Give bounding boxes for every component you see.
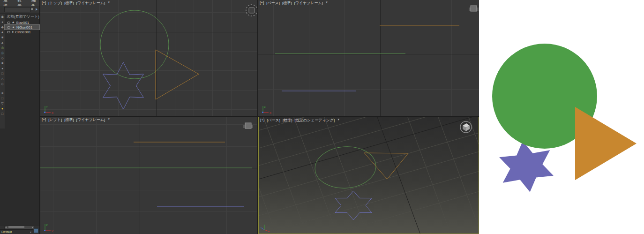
viewport-left[interactable]: Z Y [+] [レフト] [標準] [ワイヤフレーム] ▼ xyxy=(40,117,257,234)
axis-tripod: Z X xyxy=(262,106,271,114)
preset-dropdown[interactable]: Default ▾ xyxy=(0,229,33,234)
visibility-eye-icon[interactable] xyxy=(7,31,10,33)
ngon-spline-wire[interactable] xyxy=(156,50,199,99)
viewport-menu-arrow-icon[interactable]: ▼ xyxy=(325,0,328,6)
viewport-menu-style[interactable]: [標準] xyxy=(283,118,292,123)
viewport-menu-style[interactable]: [標準] xyxy=(64,0,74,6)
circle-spline-wire[interactable] xyxy=(314,145,377,190)
geometry-filter-icon[interactable]: ● xyxy=(1,20,3,24)
containers-filter-icon[interactable]: ■ xyxy=(1,61,3,65)
object-list: 名前(昇順でソート) ★ Star001 ▲ NGon001 ● Circle0… xyxy=(5,13,39,226)
viewport-label: [+] [パース] [標準] [既定のシェーディング] ▼ xyxy=(260,118,340,123)
viewport-menu-pov[interactable]: [レフト] xyxy=(48,117,62,122)
lights-filter-icon[interactable]: ★ xyxy=(1,30,4,34)
viewport-canvas[interactable]: Y X xyxy=(40,0,257,116)
search-clear-icon[interactable]: ✕ xyxy=(30,7,34,11)
search-input[interactable] xyxy=(4,7,30,12)
viewcube-mini-icon[interactable] xyxy=(243,123,253,128)
viewport-menu-shading[interactable]: [ワイヤフレーム] xyxy=(76,117,105,122)
cameras-filter-icon[interactable]: ■ xyxy=(1,36,3,39)
viewport-top[interactable]: Y X [+] [トップ] [標準] [ワイヤフレーム] ▼ xyxy=(40,0,257,116)
scene-explorer-panel: 選択 表示 編集 ✕ ◉●◆★■▲◎◎◇■●□△◇■□▽▼□ 名前(昇順でソート… xyxy=(0,0,40,234)
star-spline-wire[interactable] xyxy=(335,191,372,220)
viewport-label: [+] [パース] [標準] [ワイヤフレーム] ▼ xyxy=(260,0,328,6)
explorer-body: ◉●◆★■▲◎◎◇■●□△◇■□▽▼□ 名前(昇順でソート) ★ Star001… xyxy=(0,13,39,226)
materials-filter-icon[interactable]: ● xyxy=(1,67,3,70)
application-window: { "colors": { "wire_circle": "#578c4c", … xyxy=(0,0,644,234)
visibility-eye-icon[interactable] xyxy=(7,22,10,24)
render-image xyxy=(479,0,644,234)
groups-filter-icon[interactable]: △ xyxy=(1,77,3,81)
helpers-filter-icon[interactable]: ▲ xyxy=(1,41,4,45)
viewport-menu-pov[interactable]: [トップ] xyxy=(48,0,62,6)
star-shape-icon: ★ xyxy=(12,21,15,24)
circle-spline-wire[interactable] xyxy=(100,10,169,79)
object-name: Circle001 xyxy=(15,30,31,34)
svg-text:Z: Z xyxy=(264,106,266,108)
viewcube-ring-icon[interactable] xyxy=(246,5,257,16)
axis-tripod: Y X xyxy=(44,106,53,114)
display-toggle-icon[interactable]: ◉ xyxy=(1,15,4,19)
viewport-menu-general[interactable]: [+] xyxy=(260,118,264,123)
search-options-icon[interactable] xyxy=(36,8,37,11)
viewport-menu-shading[interactable]: [ワイヤフレーム] xyxy=(76,0,105,6)
viewport-menu-style[interactable]: [標準] xyxy=(282,0,292,6)
viewport-label: [+] [トップ] [標準] [ワイヤフレーム] ▼ xyxy=(42,0,110,6)
render-preview-panel xyxy=(479,0,644,234)
viewport-menu-arrow-icon[interactable]: ▼ xyxy=(337,118,340,123)
folder-icon[interactable]: □ xyxy=(1,112,3,116)
scrollbar-thumb[interactable] xyxy=(8,226,24,228)
viewport-menu-general[interactable]: [+] xyxy=(42,117,46,122)
explorer-menubar: 選択 表示 編集 xyxy=(0,0,39,6)
axis-tripod: Z Y xyxy=(44,224,53,233)
ngon-shape-icon: ▲ xyxy=(12,25,15,29)
visibility-eye-icon[interactable] xyxy=(7,26,10,29)
viewport-menu-arrow-icon[interactable]: ▼ xyxy=(107,0,110,6)
viewport-perspective[interactable]: [+] [パース] [標準] [既定のシェーディング] ▼ xyxy=(258,117,479,234)
viewport-front[interactable]: Z X [+] [パース] [標準] [ワイヤフレーム] ▼ xyxy=(258,0,479,116)
viewport-label: [+] [レフト] [標準] [ワイヤフレーム] ▼ xyxy=(42,117,110,122)
viewport-canvas[interactable]: Z Y xyxy=(40,117,257,234)
viewport-menu-shading[interactable]: [ワイヤフレーム] xyxy=(294,0,323,6)
viewport-canvas[interactable]: Z X xyxy=(258,0,479,116)
collapse-all-icon[interactable]: □ xyxy=(1,97,3,100)
particles-filter-icon[interactable]: ◎ xyxy=(1,51,4,55)
expand-all-icon[interactable]: ■ xyxy=(1,91,3,95)
filter-icon[interactable]: ▽ xyxy=(1,102,3,106)
scroll-left-icon[interactable] xyxy=(5,226,7,228)
ngon-spline-wire[interactable] xyxy=(364,153,408,179)
layout-chip-icon[interactable] xyxy=(34,228,38,233)
viewport-menu-pov[interactable]: [パース] xyxy=(266,0,280,6)
scroll-right-icon[interactable] xyxy=(32,226,33,228)
sort-header[interactable]: 名前(昇順でソート) xyxy=(5,13,39,20)
svg-text:Y: Y xyxy=(46,106,48,108)
viewport-menu-general[interactable]: [+] xyxy=(260,0,264,6)
viewport-menu-general[interactable]: [+] xyxy=(42,0,46,6)
bones-filter-icon[interactable]: ◇ xyxy=(1,56,3,60)
viewport-menu-style[interactable]: [標準] xyxy=(64,117,74,122)
viewport-menu-pov[interactable]: [パース] xyxy=(267,118,280,123)
star-spline-wire[interactable] xyxy=(103,62,144,109)
selection-sets-filter-icon[interactable]: ◇ xyxy=(1,82,3,86)
svg-text:Y: Y xyxy=(52,230,53,233)
svg-text:X: X xyxy=(270,112,271,114)
viewport-quad-area: Y X [+] [トップ] [標準] [ワイヤフレーム] ▼ xyxy=(40,0,479,234)
object-row-circle001[interactable]: ● Circle001 xyxy=(5,30,39,34)
axis-tripod xyxy=(261,225,270,232)
triangle-shape-filled xyxy=(575,107,637,180)
viewcube-mini-icon[interactable] xyxy=(469,6,479,11)
svg-text:Z: Z xyxy=(46,224,48,226)
horizontal-scrollbar[interactable] xyxy=(4,226,34,229)
xrefs-filter-icon[interactable]: □ xyxy=(1,72,3,75)
viewport-canvas[interactable] xyxy=(259,117,479,234)
viewport-menu-arrow-icon[interactable]: ▼ xyxy=(107,117,110,122)
shapes-filter-icon[interactable]: ◆ xyxy=(1,25,3,29)
explorer-search-row: ✕ xyxy=(0,6,39,13)
viewcube-orbit-icon[interactable] xyxy=(460,121,472,133)
object-name: Star001 xyxy=(16,21,29,25)
object-row-ngon001[interactable]: ▲ NGon001 xyxy=(5,25,39,30)
viewport-menu-shading[interactable]: [既定のシェーディング] xyxy=(294,118,335,123)
object-row-star001[interactable]: ★ Star001 xyxy=(5,20,39,25)
spacewarps-filter-icon[interactable]: ◎ xyxy=(1,46,4,50)
filter-set-icon[interactable]: ▼ xyxy=(1,107,4,111)
